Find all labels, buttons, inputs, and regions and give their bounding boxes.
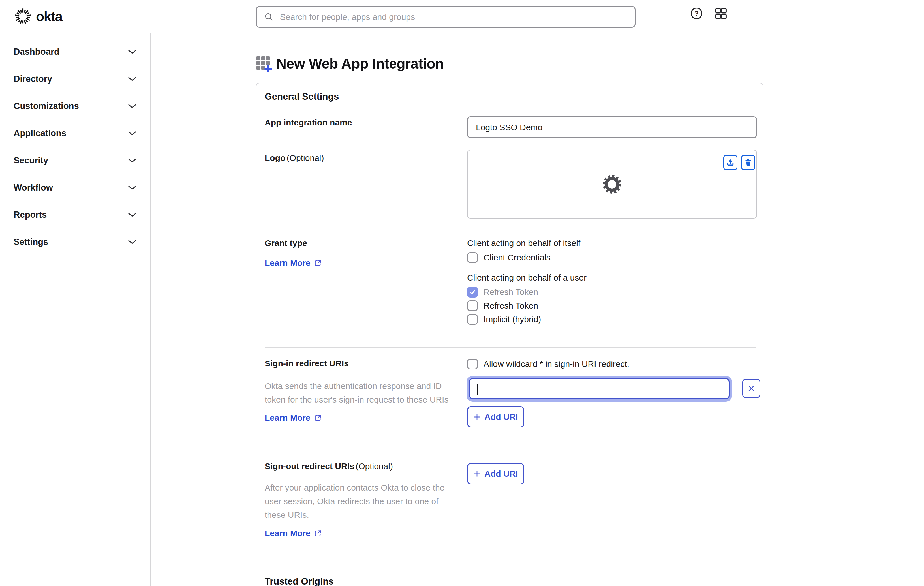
chevron-down-icon <box>128 240 137 244</box>
sidebar-item-label: Workflow <box>13 183 53 193</box>
external-link-icon <box>314 529 322 537</box>
signin-uris-description: Okta sends the authentication response a… <box>265 379 450 406</box>
text-cursor <box>477 384 478 396</box>
signout-learn-more-link[interactable]: Learn More <box>265 528 322 538</box>
trusted-origins-heading: Trusted Origins <box>265 576 334 586</box>
checkbox-client-credentials[interactable] <box>467 252 478 263</box>
checkbox-label: Refresh Token <box>483 287 538 297</box>
gear-icon <box>602 174 622 195</box>
okta-sunburst-icon <box>14 7 32 25</box>
page-title: New Web App Integration <box>276 56 444 72</box>
search-icon <box>264 12 274 22</box>
sidebar-item-applications[interactable]: Applications <box>0 120 150 147</box>
add-signout-uri-button[interactable]: Add URI <box>467 463 524 484</box>
upload-icon <box>726 158 735 167</box>
signout-uris-label: Sign-out redirect URIs (Optional) <box>265 461 393 471</box>
logo-preview-box[interactable] <box>467 150 757 218</box>
wildcard-row: Allow wildcard * in sign-in URI redirect… <box>467 359 629 370</box>
page-title-row: New Web App Integration <box>256 56 444 72</box>
sidebar-item-directory[interactable]: Directory <box>0 65 150 92</box>
chevron-down-icon <box>128 213 137 217</box>
new-app-icon <box>256 56 272 72</box>
grant-option-row: Implicit (hybrid) <box>467 314 541 325</box>
chevron-down-icon <box>128 158 137 163</box>
sidebar-item-settings[interactable]: Settings <box>0 228 150 256</box>
sidebar-item-label: Settings <box>13 237 48 247</box>
chevron-down-icon <box>128 185 137 190</box>
brand-wordmark: okta <box>36 9 62 24</box>
chevron-down-icon <box>128 77 137 81</box>
chevron-down-icon <box>128 131 137 135</box>
app-name-input[interactable] <box>467 116 757 138</box>
help-icon: ? <box>690 7 703 20</box>
signin-uris-label: Sign-in redirect URIs <box>265 359 349 368</box>
checkbox-label: Refresh Token <box>483 301 538 310</box>
grant-learn-more-link[interactable]: Learn More <box>265 258 322 268</box>
close-icon <box>747 384 756 393</box>
grant-group-self-heading: Client acting on behalf of itself <box>467 238 580 248</box>
checkbox-refresh-token[interactable] <box>467 300 478 311</box>
plus-icon <box>265 65 272 73</box>
help-button[interactable]: ? <box>690 7 703 20</box>
sidebar-item-workflow[interactable]: Workflow <box>0 174 150 201</box>
grant-option-row: Refresh Token <box>467 287 538 297</box>
okta-logo[interactable]: okta <box>14 7 62 25</box>
grant-option-row: Refresh Token <box>467 300 538 311</box>
sidebar-item-label: Dashboard <box>13 47 59 57</box>
trash-icon <box>744 158 752 167</box>
signin-uri-input[interactable] <box>469 378 729 399</box>
sidebar-item-label: Applications <box>13 128 66 139</box>
grant-group-user-heading: Client acting on behalf of a user <box>467 273 587 282</box>
upload-logo-button[interactable] <box>723 155 738 170</box>
search-input[interactable] <box>280 12 627 22</box>
external-link-icon <box>314 259 322 267</box>
checkbox-label: Implicit (hybrid) <box>483 315 541 324</box>
grant-option-row: Client Credentials <box>467 252 551 263</box>
divider <box>265 347 756 348</box>
svg-text:?: ? <box>695 10 699 17</box>
remove-uri-button[interactable] <box>742 379 761 398</box>
sidebar-item-security[interactable]: Security <box>0 147 150 174</box>
section-heading: General Settings <box>265 91 339 102</box>
sidebar-item-label: Reports <box>13 210 47 220</box>
checkbox-label: Allow wildcard * in sign-in URI redirect… <box>483 359 629 369</box>
signin-learn-more-link[interactable]: Learn More <box>265 413 322 423</box>
grant-type-label: Grant type <box>265 238 307 248</box>
sidebar-item-customizations[interactable]: Customizations <box>0 92 150 120</box>
checkbox-label: Client Credentials <box>483 253 551 262</box>
logo-label: Logo (Optional) <box>265 153 324 163</box>
app-name-label: App integration name <box>265 118 352 127</box>
plus-icon <box>474 470 481 477</box>
divider <box>265 558 756 559</box>
sidebar-item-reports[interactable]: Reports <box>0 201 150 228</box>
sidebar-item-label: Directory <box>13 74 52 84</box>
apps-grid-icon <box>714 7 728 20</box>
checkbox-authorization-code[interactable] <box>467 287 478 297</box>
signout-uris-description: After your application contacts Okta to … <box>265 481 446 522</box>
apps-grid-button[interactable] <box>714 7 728 20</box>
chevron-down-icon <box>128 50 137 54</box>
plus-icon <box>474 413 481 421</box>
checkbox-allow-wildcard[interactable] <box>467 359 478 370</box>
global-search <box>256 6 635 28</box>
checkbox-implicit-hybrid[interactable] <box>467 314 478 325</box>
sidebar-item-label: Security <box>13 155 48 166</box>
delete-logo-button[interactable] <box>741 155 755 170</box>
add-signin-uri-button[interactable]: Add URI <box>467 406 524 428</box>
sidebar-item-label: Customizations <box>13 101 79 111</box>
checkmark-icon <box>468 288 477 296</box>
chevron-down-icon <box>128 104 137 109</box>
external-link-icon <box>314 414 322 422</box>
sidebar: Dashboard Directory Customizations Appli… <box>0 33 151 586</box>
sidebar-item-dashboard[interactable]: Dashboard <box>0 38 150 65</box>
general-settings-card: General Settings App integration name Lo… <box>256 83 764 586</box>
top-bar: okta ? <box>0 0 924 33</box>
